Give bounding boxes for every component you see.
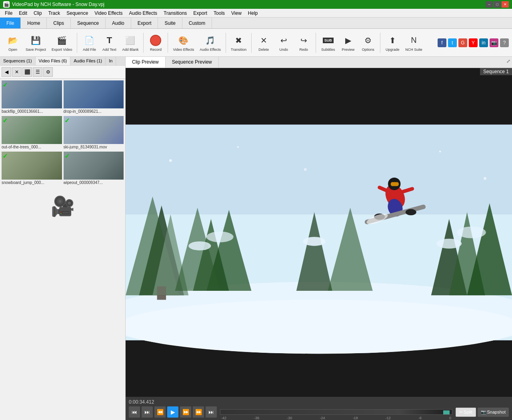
maximize-button[interactable]: □ <box>494 1 501 8</box>
toolbar-btn-nch-suite[interactable]: NNCH Suite <box>403 31 425 55</box>
left-tool-close[interactable]: ✕ <box>12 67 22 77</box>
menu-transitions[interactable]: Transitions <box>160 10 190 17</box>
media-item-1[interactable]: drop-in_000089621... <box>64 80 124 114</box>
left-tool-list[interactable]: ☰ <box>33 67 42 77</box>
toolbar-btn-preview[interactable]: ▶Preview <box>338 31 358 55</box>
toolbar-btn-undo[interactable]: ↩Undo <box>274 31 293 55</box>
toolbar-separator-6 <box>143 33 144 53</box>
media-item-4[interactable]: ✓snowboard_jump_000... <box>2 152 62 186</box>
svg-rect-24 <box>391 182 399 186</box>
menu-export[interactable]: Export <box>190 10 210 17</box>
toolbar-label-save-project: Save Project <box>26 48 46 52</box>
social-icon-4[interactable]: in <box>479 38 488 47</box>
toolbar-btn-open[interactable]: 📂Open <box>3 31 22 55</box>
menu-view[interactable]: View <box>228 10 245 17</box>
social-icon-1[interactable]: t <box>448 38 457 47</box>
media-item-0[interactable]: ✓backflip_0000136661... <box>2 80 62 114</box>
toolbar-btn-options[interactable]: ⚙Options <box>358 31 378 55</box>
menu-sequence[interactable]: Sequence <box>63 10 91 17</box>
split-icon: ✂ <box>459 410 463 415</box>
main-tab-clips[interactable]: Clips <box>47 18 71 28</box>
close-button[interactable]: ✕ <box>502 1 509 8</box>
preview-area: Sequence 1 <box>126 68 512 397</box>
toolbar-separator-9 <box>226 33 226 53</box>
menu-video-effects[interactable]: Video Effects <box>91 10 126 17</box>
main-tab-custom[interactable]: Custom <box>182 18 212 28</box>
menu-clip[interactable]: Clip <box>30 10 45 17</box>
toolbar-btn-transition[interactable]: ✖Transition <box>228 31 249 55</box>
menu-file[interactable]: File <box>2 10 16 17</box>
toolbar-icon-save-project: 💾 <box>30 34 42 47</box>
frame-back-button[interactable]: ⏭ <box>142 406 153 418</box>
toolbar-btn-export-video[interactable]: 🎬Export Video <box>49 31 74 55</box>
media-label-5: wipeout_000009347... <box>64 180 124 186</box>
media-item-5[interactable]: ✓wipeout_000009347... <box>64 152 124 186</box>
media-check-3: ✓ <box>64 117 70 124</box>
left-tab-1[interactable]: Video Files (6) <box>36 57 71 65</box>
toolbar-btn-audio-effects[interactable]: 🎵Audio Effects <box>197 31 223 55</box>
play-button[interactable]: ▶ <box>167 406 178 418</box>
toolbar-btn-subtitles[interactable]: SUBSubtitles <box>318 31 338 55</box>
social-icon-0[interactable]: f <box>438 38 446 47</box>
toolbar-btn-add-blank[interactable]: ⬜Add Blank <box>120 31 141 55</box>
social-icon-6[interactable]: ? <box>500 38 509 47</box>
expand-icon[interactable]: ⤢ <box>506 58 510 64</box>
toolbar-btn-upgrade[interactable]: ⬆Upgrade <box>383 31 402 55</box>
toolbar-icon-add-blank: ⬜ <box>124 34 137 47</box>
toolbar-btn-add-text[interactable]: TAdd Text <box>100 31 119 55</box>
step-forward-button[interactable]: ⏩ <box>180 406 191 418</box>
sequence-preview-tab[interactable]: Sequence Preview <box>166 57 219 68</box>
menu-track[interactable]: Track <box>45 10 64 17</box>
main-tab-file[interactable]: File <box>0 18 21 28</box>
menu-edit[interactable]: Edit <box>16 10 30 17</box>
media-thumb-3: ✓ <box>64 116 124 144</box>
toolbar-btn-record[interactable]: Record <box>146 31 165 55</box>
left-tab-2[interactable]: Audio Files (1) <box>70 57 106 65</box>
main-tab-home[interactable]: Home <box>21 18 47 28</box>
left-tool-grid[interactable]: ⬛ <box>22 67 32 77</box>
clip-preview-tab[interactable]: Clip Preview <box>126 57 166 68</box>
camera-placeholder: 🎥 <box>2 187 124 226</box>
left-tool-back[interactable]: ◀ <box>2 67 11 77</box>
toolbar-label-video-effects: Video Effects <box>173 48 194 52</box>
preview-controls: 0:00:34.412 ⏮ ⏭ ⏪ ▶ ⏩ ⏩ ⏭ -42-36-30-24-1 <box>126 397 512 420</box>
step-back-button[interactable]: ⏪ <box>154 406 166 418</box>
main-tab-audio[interactable]: Audio <box>106 18 131 28</box>
skip-end-button[interactable]: ⏭ <box>206 406 217 418</box>
split-label: Split <box>464 410 472 414</box>
toolbar-btn-delete[interactable]: ✕Delete <box>254 31 273 55</box>
main-tab-suite[interactable]: Suite <box>158 18 182 28</box>
main-tab-export[interactable]: Export <box>131 18 158 28</box>
left-tool-settings[interactable]: ⚙ <box>43 67 53 77</box>
toolbar-icon-undo: ↩ <box>277 34 290 47</box>
toolbar-label-undo: Undo <box>279 48 288 52</box>
toolbar-label-transition: Transition <box>231 48 246 52</box>
progress-bar[interactable]: -42-36-30-24-18-12-60 <box>220 409 452 415</box>
social-icon-3[interactable]: Y <box>469 38 478 47</box>
media-item-3[interactable]: ✓ski-jump_81349031.mov <box>64 116 124 150</box>
social-icon-2[interactable]: G <box>458 38 467 47</box>
split-button[interactable]: ✂ Split <box>456 408 476 417</box>
toolbar-btn-video-effects[interactable]: 🎨Video Effects <box>170 31 196 55</box>
menu-help[interactable]: Help <box>245 10 261 17</box>
left-tab-0[interactable]: Sequences (1) <box>0 57 36 65</box>
left-tab-3[interactable]: In <box>106 57 116 65</box>
menu-audio-effects[interactable]: Audio Effects <box>126 10 161 17</box>
frame-forward-button[interactable]: ⏩ <box>193 406 204 418</box>
snapshot-button[interactable]: 📷 Snapshot <box>478 408 509 417</box>
skip-start-button[interactable]: ⏮ <box>129 406 140 418</box>
menu-tools[interactable]: Tools <box>210 10 228 17</box>
title-bar: 🎬 VideoPad by NCH Software - Snow Day.vp… <box>0 0 512 9</box>
media-check-2: ✓ <box>2 117 8 124</box>
toolbar-btn-add-file[interactable]: 📄Add File <box>80 31 99 55</box>
toolbar-btn-redo[interactable]: ↪Redo <box>294 31 313 55</box>
toolbar-icon-preview: ▶ <box>342 34 354 47</box>
minimize-button[interactable]: – <box>486 1 493 8</box>
svg-point-17 <box>457 226 486 238</box>
svg-point-11 <box>188 241 211 250</box>
time-display: 0:00:34.412 <box>129 399 509 405</box>
media-item-2[interactable]: ✓out-of-the-trees_000... <box>2 116 62 150</box>
toolbar-btn-save-project[interactable]: 💾Save Project <box>23 31 48 55</box>
social-icon-5[interactable]: 📷 <box>490 38 498 47</box>
main-tab-sequence[interactable]: Sequence <box>71 18 106 28</box>
